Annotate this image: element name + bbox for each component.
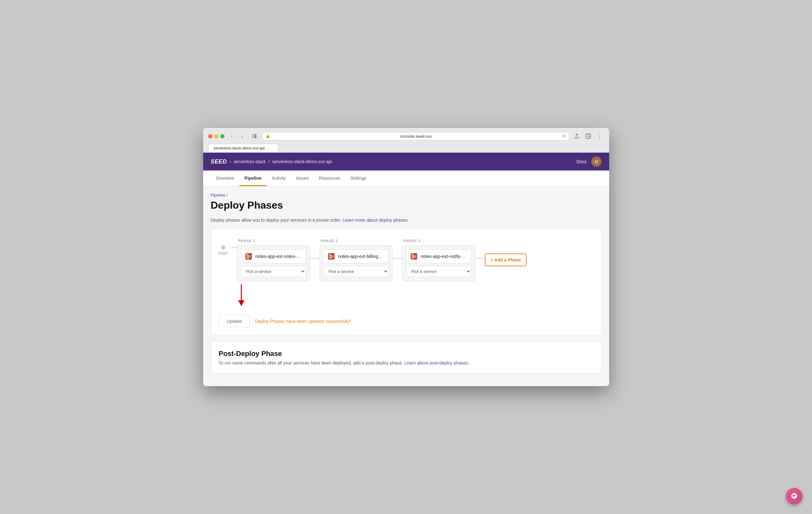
breadcrumb-app[interactable]: serverless-stack-demo-ext-api	[272, 159, 332, 164]
svg-rect-5	[588, 134, 590, 137]
lock-icon: 🔒	[265, 134, 270, 138]
phase-2-label: PHASE 2	[321, 239, 338, 243]
svg-rect-2	[254, 136, 257, 137]
service-icon-2	[328, 253, 335, 260]
phase-2-wrapper: PHASE 2 notes-app-ext-billing…	[320, 239, 393, 281]
tab-issues[interactable]: Issues	[291, 170, 314, 186]
phase-3-label: PHASE 3	[403, 239, 420, 243]
tab-resources[interactable]: Resources	[314, 170, 345, 186]
phase-3-card: notes-app-ext-notify-… Pick a service	[402, 245, 475, 281]
down-arrow-icon	[236, 284, 246, 307]
tab-settings[interactable]: Settings	[345, 170, 372, 186]
seed-logo[interactable]: SEED	[211, 159, 227, 165]
post-deploy-section: Post-Deploy Phase To run some commands a…	[211, 342, 602, 373]
forward-button[interactable]: ›	[238, 132, 247, 141]
success-message: Deploy Phases have been updated successf…	[255, 319, 351, 324]
breadcrumb-sep-2: /	[268, 159, 270, 165]
back-button[interactable]: ‹	[228, 132, 236, 141]
svg-rect-19	[412, 257, 416, 257]
phase-3-wrapper: PHASE 3 notes-app-ext-notify-…	[402, 239, 475, 281]
phase-1-card: notes-app-ext-notes-… Pick a service	[237, 245, 310, 281]
chat-bubble-button[interactable]	[786, 488, 803, 505]
docs-link[interactable]: Docs	[577, 159, 587, 164]
breadcrumb-separator: /	[226, 193, 228, 198]
svg-rect-18	[412, 255, 416, 256]
phase-1-label: PHASE 1	[238, 239, 255, 243]
begin-wrapper: begin	[219, 245, 228, 255]
phase-3-service-name: notes-app-ext-notify-…	[420, 254, 466, 259]
share-button[interactable]	[572, 132, 581, 141]
phases-container: begin PHASE 1	[219, 239, 593, 281]
svg-rect-15	[329, 258, 332, 259]
post-deploy-learn-link[interactable]: Learn about post-deploy phases.	[404, 360, 469, 366]
learn-more-link[interactable]: Learn more about deploy phases.	[342, 218, 409, 223]
service-icon-1	[245, 253, 252, 260]
phase-3-service-select[interactable]: Pick a service	[406, 266, 471, 277]
begin-circle	[221, 245, 225, 250]
breadcrumb: Pipeline /	[211, 193, 602, 198]
address-bar[interactable]: 🔒 console.seed.run ↺	[262, 132, 569, 140]
post-deploy-description: To run some commands after all your serv…	[219, 360, 593, 366]
page-title: Deploy Phases	[211, 199, 602, 211]
phase-2-service-select[interactable]: Pick a service	[324, 266, 388, 277]
phase-2-service-name: notes-app-ext-billing…	[338, 254, 382, 259]
phase-2-service-item: notes-app-ext-billing…	[324, 249, 388, 263]
post-deploy-title: Post-Deploy Phase	[219, 349, 593, 358]
svg-rect-1	[254, 134, 257, 135]
tab-pipeline[interactable]: Pipeline	[239, 170, 267, 186]
svg-rect-17	[412, 254, 414, 255]
phase-3-service-item: notes-app-ext-notify-…	[406, 249, 471, 263]
add-phase-button[interactable]: + Add a Phase	[485, 254, 527, 266]
phase-1-service-name: notes-app-ext-notes-…	[255, 254, 301, 259]
phase-1-wrapper: PHASE 1 notes-app-ext-notes-…	[237, 239, 310, 281]
traffic-light-red[interactable]	[208, 134, 212, 138]
connector-2-3	[393, 258, 402, 259]
svg-rect-13	[329, 255, 334, 256]
reload-button[interactable]: ↺	[562, 134, 566, 139]
description-text: Deploy phases allow you to deploy your s…	[211, 218, 602, 223]
tab-overview[interactable]: Overview	[211, 170, 239, 186]
breadcrumb-sep-1: ›	[230, 159, 231, 165]
svg-rect-12	[329, 254, 331, 255]
action-bar: Update Deploy Phases have been updated s…	[219, 310, 593, 327]
svg-marker-22	[238, 300, 244, 306]
traffic-light-green[interactable]	[220, 134, 225, 138]
url-display: console.seed.run	[272, 134, 560, 139]
chat-icon	[790, 492, 798, 500]
red-arrow	[219, 281, 593, 310]
app-header: SEED › serverless-stack / serverless-sta…	[203, 153, 609, 170]
svg-rect-10	[246, 258, 249, 259]
main-nav: Overview Pipeline Activity Issues Resour…	[203, 170, 609, 187]
service-icon-3	[410, 253, 417, 260]
begin-label: begin	[219, 251, 228, 255]
phase-2-card: notes-app-ext-billing… Pick a service	[320, 245, 393, 281]
connector-1-2	[310, 258, 320, 259]
connector-3-add	[475, 258, 485, 259]
sidebar-toggle-button[interactable]	[250, 132, 259, 141]
svg-rect-8	[246, 255, 251, 256]
breadcrumb-pipeline-link[interactable]: Pipeline	[211, 193, 225, 198]
phase-1-service-item: notes-app-ext-notes-…	[241, 249, 306, 263]
connector-begin	[231, 248, 237, 248]
update-button[interactable]: Update	[219, 315, 250, 327]
avatar[interactable]: U	[591, 156, 602, 167]
browser-tab[interactable]: serverless-stack-demo-ext-api — Pipeline	[208, 144, 278, 152]
traffic-light-yellow[interactable]	[214, 134, 219, 138]
svg-rect-20	[412, 258, 414, 259]
page-content: Pipeline / Deploy Phases Deploy phases a…	[203, 187, 609, 386]
more-button[interactable]: ⋮	[595, 132, 604, 141]
svg-rect-9	[246, 257, 251, 257]
new-tab-button[interactable]	[584, 132, 592, 141]
pipeline-section: begin PHASE 1	[211, 229, 602, 335]
svg-rect-0	[252, 134, 254, 138]
phase-1-service-select[interactable]: Pick a service	[241, 266, 306, 277]
svg-rect-3	[254, 137, 257, 138]
tab-activity[interactable]: Activity	[267, 170, 291, 186]
svg-rect-14	[329, 257, 334, 257]
breadcrumb-org[interactable]: serverless-stack	[234, 159, 266, 164]
svg-rect-7	[246, 254, 248, 255]
